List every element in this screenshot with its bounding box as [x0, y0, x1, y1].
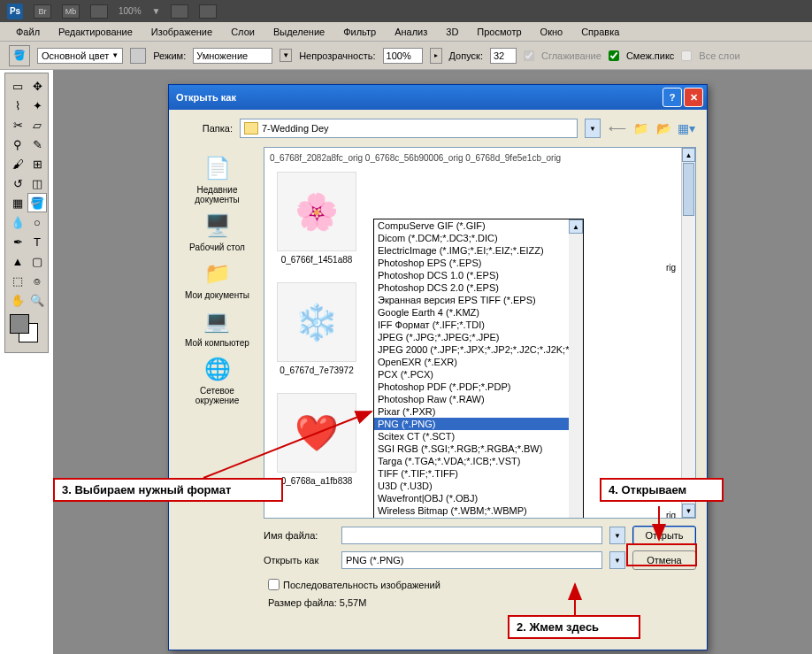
3d-camera-tool[interactable]: ⌾ — [27, 271, 47, 290]
format-option[interactable]: Photoshop PDF (*.PDF;*.PDP) — [374, 381, 583, 393]
move-tool[interactable]: ✥ — [27, 76, 47, 96]
screen-mode-button[interactable] — [90, 4, 108, 19]
format-option[interactable]: Photoshop DCS 2.0 (*.EPS) — [374, 281, 583, 294]
menu-edit[interactable]: Редактирование — [51, 24, 140, 40]
current-tool-icon[interactable]: 🪣 — [9, 45, 30, 66]
up-folder-button[interactable]: 📁 — [631, 119, 650, 138]
hand-tool[interactable]: ✋ — [8, 290, 27, 310]
brush-tool[interactable]: 🖌 — [8, 154, 27, 173]
open-button[interactable]: Открыть — [632, 526, 696, 545]
dialog-close-button[interactable]: ✕ — [684, 88, 703, 107]
format-dropdown-list[interactable]: CompuServe GIF (*.GIF)Dicom (*.DCM;*.DC3… — [373, 219, 584, 519]
contiguous-checkbox[interactable] — [609, 50, 619, 61]
format-option[interactable]: Экранная версия EPS TIFF (*.EPS) — [374, 294, 583, 306]
menu-analysis[interactable]: Анализ — [387, 24, 434, 40]
hand-tool-button[interactable] — [171, 4, 188, 19]
format-option[interactable]: Dicom (*.DCM;*.DC3;*.DIC) — [374, 232, 583, 244]
image-sequence-checkbox[interactable] — [268, 579, 280, 590]
marquee-tool[interactable]: ▭ — [8, 76, 27, 96]
place-recent[interactable]: 📄 Недавние документы — [180, 154, 255, 204]
format-option[interactable]: TIFF (*.TIF;*.TIFF) — [374, 467, 583, 480]
format-option[interactable]: Pixar (*.PXR) — [374, 405, 583, 418]
shape-tool[interactable]: ▢ — [27, 251, 47, 271]
opacity-input[interactable] — [383, 48, 423, 64]
lasso-tool[interactable]: ⌇ — [8, 96, 27, 115]
scroll-thumb[interactable] — [683, 163, 694, 216]
format-option[interactable]: ElectricImage (*.IMG;*.EI;*.EIZ;*.EIZZ) — [374, 244, 583, 257]
format-scrollbar[interactable]: ▲ ▼ — [569, 219, 583, 519]
eraser-tool[interactable]: ◫ — [27, 173, 47, 193]
menu-help[interactable]: Справка — [574, 24, 626, 40]
format-option[interactable]: SGI RGB (*.SGI;*.RGB;*.RGBA;*.BW) — [374, 442, 583, 455]
format-option[interactable]: JPEG 2000 (*.JPF;*.JPX;*.JP2;*.J2C;*.J2K… — [374, 343, 583, 356]
format-option[interactable]: JPEG (*.JPG;*.JPEG;*.JPE) — [374, 331, 583, 343]
type-tool[interactable]: T — [27, 232, 47, 251]
foreground-color-swatch[interactable] — [10, 314, 29, 334]
menu-window[interactable]: Окно — [533, 24, 571, 40]
format-option[interactable]: U3D (*.U3D) — [374, 480, 583, 492]
place-mycomputer[interactable]: 💻 Мой компьютер — [185, 307, 249, 348]
scroll-up-button[interactable]: ▲ — [682, 148, 695, 162]
format-option[interactable]: OpenEXR (*.EXR) — [374, 356, 583, 368]
place-mydocs[interactable]: 📁 Мои документы — [185, 259, 249, 300]
folder-dropdown-button[interactable]: ▼ — [585, 119, 601, 138]
zoom-level[interactable]: 100% — [119, 6, 142, 16]
tolerance-input[interactable] — [490, 48, 517, 64]
magic-wand-tool[interactable]: ✦ — [27, 96, 47, 115]
openas-select[interactable]: PNG (*.PNG) — [341, 551, 602, 569]
menu-layer[interactable]: Слои — [224, 24, 262, 40]
3d-tool[interactable]: ⬚ — [8, 271, 27, 290]
zoom-tool[interactable]: 🔍 — [27, 290, 47, 310]
format-option[interactable]: CompuServe GIF (*.GIF) — [374, 219, 583, 232]
format-option[interactable]: Photoshop DCS 1.0 (*.EPS) — [374, 269, 583, 281]
format-option[interactable]: PCX (*.PCX) — [374, 368, 583, 381]
format-option[interactable]: Wavefront|OBJ (*.OBJ) — [374, 492, 583, 504]
scroll-up-button[interactable]: ▲ — [569, 219, 583, 234]
format-option[interactable]: Photoshop EPS (*.EPS) — [374, 257, 583, 269]
zoom-dropdown-icon[interactable]: ▼ — [152, 6, 161, 16]
format-option[interactable]: Targa (*.TGA;*.VDA;*.ICB;*.VST) — [374, 455, 583, 467]
dodge-tool[interactable]: ○ — [27, 212, 47, 232]
file-list[interactable]: 0_6768f_2082a8fc_orig 0_6768c_56b90006_o… — [264, 147, 696, 519]
view-menu-button[interactable]: ▦▾ — [677, 119, 696, 138]
scroll-down-button[interactable]: ▼ — [682, 504, 695, 518]
blur-tool[interactable]: 💧 — [8, 212, 27, 232]
format-option[interactable]: Scitex CT (*.SCT) — [374, 430, 583, 442]
color-swatch[interactable] — [130, 48, 146, 64]
blend-mode-select[interactable]: Умножение — [193, 48, 272, 64]
menu-file[interactable]: Файл — [9, 24, 47, 40]
dialog-help-button[interactable]: ? — [663, 88, 682, 107]
bridge-button[interactable]: Br — [34, 4, 51, 19]
blend-mode-dropdown-icon[interactable]: ▼ — [280, 49, 292, 62]
folder-select[interactable]: 7-Wedding Dey — [240, 119, 578, 138]
path-selection-tool[interactable]: ▲ — [8, 251, 27, 271]
filename-dropdown-button[interactable]: ▼ — [609, 527, 625, 544]
opacity-arrow-icon[interactable]: ▸ — [430, 48, 442, 64]
history-brush-tool[interactable]: ↺ — [8, 173, 27, 193]
clone-stamp-tool[interactable]: ⊞ — [27, 154, 47, 173]
place-desktop[interactable]: 🖥️ Рабочий стол — [189, 212, 245, 252]
healing-brush-tool[interactable]: ✎ — [27, 135, 47, 154]
paint-bucket-tool[interactable]: 🪣 — [27, 193, 47, 212]
filename-input[interactable] — [341, 527, 602, 544]
file-scrollbar[interactable]: ▲ ▼ — [681, 148, 695, 518]
menu-filter[interactable]: Фильтр — [336, 24, 383, 40]
color-swatches[interactable] — [8, 314, 45, 350]
file-thumb-2[interactable]: ❤️ 0_6768a_a1fb838 — [268, 393, 365, 486]
dialog-titlebar[interactable]: Открыть как ? ✕ — [169, 85, 707, 110]
format-option[interactable]: Google Earth 4 (*.KMZ) — [374, 306, 583, 319]
menu-3d[interactable]: 3D — [439, 24, 465, 40]
format-option[interactable]: PNG (*.PNG) — [374, 418, 583, 430]
format-option[interactable]: IFF Формат (*.IFF;*.TDI) — [374, 319, 583, 331]
arrange-button[interactable] — [199, 4, 217, 19]
eyedropper-tool[interactable]: ⚲ — [8, 135, 27, 154]
menu-select[interactable]: Выделение — [266, 24, 332, 40]
format-option[interactable]: Базовый EPS (*.AI3;*.AI4;*.AI5;*.AI6;*.A… — [374, 517, 583, 519]
gradient-tool[interactable]: ▦ — [8, 193, 27, 212]
crop-tool[interactable]: ✂ — [8, 115, 27, 135]
slice-tool[interactable]: ▱ — [27, 115, 47, 135]
menu-view[interactable]: Просмотр — [470, 24, 528, 40]
file-thumb-0[interactable]: 🌸 0_6766f_1451a88 — [268, 172, 365, 265]
menu-image[interactable]: Изображение — [144, 24, 219, 40]
back-button[interactable]: ⟵ — [608, 119, 627, 138]
